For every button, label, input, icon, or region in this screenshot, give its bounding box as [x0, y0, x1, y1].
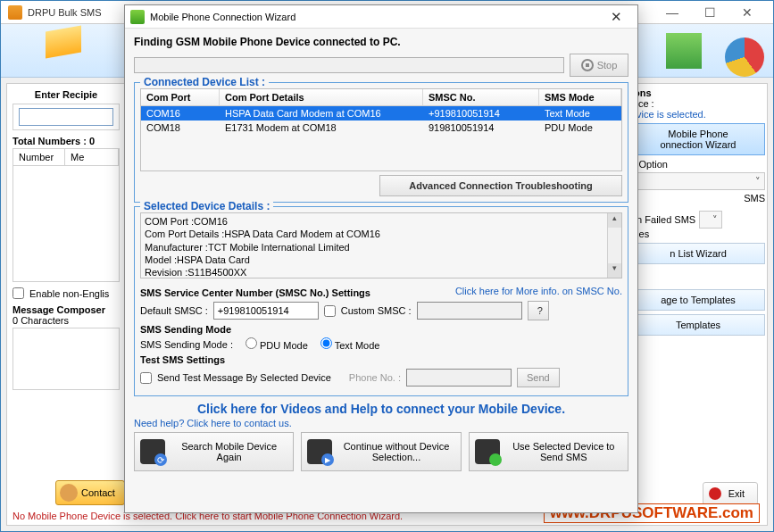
char-count: 0 Characters: [12, 315, 120, 326]
composer-heading: Message Composer: [12, 304, 120, 315]
progress-bar: [134, 57, 564, 73]
recipient-input[interactable]: [19, 108, 113, 126]
minimize-button[interactable]: —: [653, 2, 691, 23]
details-scrollbar[interactable]: ▴▾: [607, 213, 621, 278]
banner-chart-icon: [666, 29, 764, 73]
maximize-button[interactable]: ☐: [691, 2, 728, 23]
device-label: vice :: [631, 98, 765, 109]
send-test-label: Send Test Message By Selected Device: [157, 372, 331, 383]
col-number: Number: [13, 149, 65, 165]
phone-input: [406, 369, 512, 387]
right-panel: ions vice : evice is selected. Mobile Ph…: [631, 84, 765, 339]
col-message: Me: [65, 149, 119, 165]
main-window: DRPU Bulk SMS — ☐ ✕ Enter Recipie Total …: [0, 0, 774, 532]
wizard-icon: [130, 10, 145, 24]
device-row[interactable]: COM16HSPA Data Card Modem at COM16+91981…: [141, 106, 621, 121]
save-templates-button[interactable]: age to Templates: [631, 289, 765, 311]
phone-check-icon: [475, 439, 500, 464]
device-table[interactable]: Com Port Com Port Details SMSC No. SMS M…: [140, 88, 622, 171]
col-details: Com Port Details: [220, 89, 423, 105]
stop-icon: [581, 59, 594, 71]
delay-label: y Option: [631, 159, 765, 170]
options-heading: ions: [631, 87, 765, 98]
send-test-button[interactable]: Send: [517, 368, 560, 387]
smsc-more-link[interactable]: Click here for More info. on SMSC No.: [455, 286, 622, 296]
device-row[interactable]: COM18E1731 Modem at COM18919810051914PDU…: [141, 121, 621, 135]
banner-envelope-icon: [10, 29, 99, 73]
message-textarea[interactable]: [12, 328, 120, 390]
close-button[interactable]: ✕: [728, 2, 766, 23]
smsc-heading: SMS Service Center Number (SMSC No.) Set…: [140, 287, 370, 298]
delay-select[interactable]: ˅: [631, 172, 765, 190]
selected-device-heading: Selected Device Details :: [140, 200, 273, 212]
col-smsc: SMSC No.: [423, 89, 539, 105]
contact-button[interactable]: Contact: [55, 480, 125, 505]
col-mode: SMS Mode: [539, 89, 621, 105]
advanced-troubleshooting-button[interactable]: Advanced Connection Troubleshooting: [379, 175, 622, 196]
connection-wizard-dialog: Mobile Phone Connection Wizard ✕ Finding…: [124, 4, 638, 513]
detail-line: Revision :S11B4500XX: [145, 266, 618, 278]
exit-button[interactable]: Exit: [703, 482, 758, 505]
connection-wizard-button[interactable]: Mobile Phone onnection Wizard: [631, 123, 765, 155]
default-smsc-label: Default SMSC :: [140, 305, 208, 316]
enable-non-english-label: Enable non-Englis: [29, 288, 109, 299]
enable-non-english-checkbox[interactable]: [12, 287, 24, 299]
connected-device-group: Connected Device List : Com Port Com Por…: [134, 82, 628, 203]
custom-smsc-label: Custom SMSC :: [341, 305, 412, 316]
phone-search-icon: [140, 439, 165, 464]
detail-line: COM Port :COM16: [145, 215, 618, 228]
send-test-checkbox[interactable]: [140, 372, 152, 384]
failed-label: on Failed SMS: [631, 214, 695, 225]
default-smsc-input[interactable]: [213, 302, 319, 320]
connected-device-heading: Connected Device List :: [140, 76, 269, 88]
detail-line: Com Port Details :HSPA Data Card Modem a…: [145, 228, 618, 240]
need-help-link[interactable]: Need help? Click here to contact us.: [134, 418, 628, 428]
continue-without-button[interactable]: Continue without Device Selection...: [301, 432, 461, 471]
total-numbers-label: Total Numbers : 0: [12, 136, 120, 146]
selected-device-group: Selected Device Details : COM Port :COM1…: [134, 206, 628, 396]
sending-mode-heading: SMS Sending Mode: [140, 324, 622, 335]
pdu-mode-radio[interactable]: PDU Mode: [246, 337, 308, 351]
sms-label: SMS: [631, 193, 765, 204]
detail-line: Manufacturer :TCT Mobile International L…: [145, 241, 618, 254]
finding-label: Finding GSM Mobile Phone Device connecte…: [134, 36, 628, 48]
detail-line: Model :HSPA Data Card: [145, 254, 618, 266]
phone-continue-icon: [307, 439, 332, 464]
sending-mode-label: SMS Sending Mode :: [140, 339, 233, 350]
use-selected-button[interactable]: Use Selected Device to Send SMS: [469, 432, 628, 471]
custom-smsc-input: [417, 302, 522, 320]
search-again-button[interactable]: Search Mobile Device Again: [134, 432, 294, 471]
text-mode-radio[interactable]: Text Mode: [320, 337, 380, 351]
test-sms-heading: Test SMS Settings: [140, 354, 622, 365]
failed-select[interactable]: ˅: [699, 211, 722, 229]
app-icon: [8, 5, 22, 20]
templates-button[interactable]: Templates: [631, 314, 765, 336]
dialog-title: Mobile Phone Connection Wizard: [150, 12, 600, 22]
rules-label: ules: [631, 229, 765, 239]
col-comport: Com Port: [141, 89, 220, 105]
device-details-box[interactable]: COM Port :COM16Com Port Details :HSPA Da…: [140, 212, 622, 278]
videos-help-link[interactable]: Click here for Videos and Help to connec…: [134, 402, 628, 416]
recipient-label: Enter Recipie: [12, 87, 120, 102]
smsc-help-button[interactable]: ?: [528, 301, 549, 320]
phone-label: Phone No. :: [349, 372, 401, 383]
dialog-close-button[interactable]: ✕: [600, 9, 632, 25]
no-device-link[interactable]: evice is selected.: [631, 109, 765, 120]
numbers-table[interactable]: NumberMe: [12, 148, 120, 282]
stop-button[interactable]: Stop: [570, 54, 628, 77]
custom-smsc-checkbox[interactable]: [324, 305, 336, 317]
list-wizard-button[interactable]: n List Wizard: [631, 243, 765, 264]
dialog-titlebar: Mobile Phone Connection Wizard ✕: [125, 5, 637, 29]
